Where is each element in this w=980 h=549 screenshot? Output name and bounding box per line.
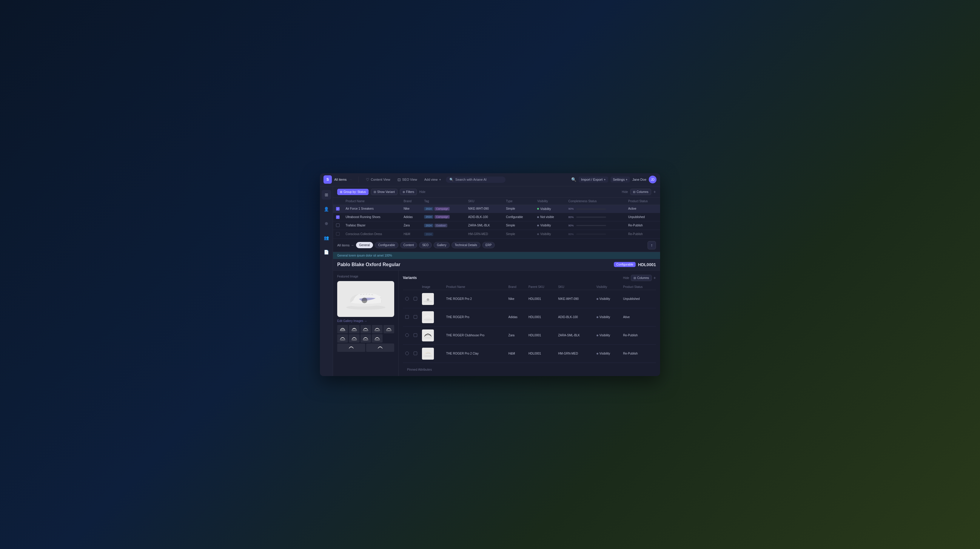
table-row[interactable]: Trafaluc Blazer Zara 2024 Outdoor ZARA-S… xyxy=(333,221,660,230)
variant-row[interactable]: THE ROGER Pro 2 Clay H&M HDL0001 HM-GRN-… xyxy=(403,345,656,362)
grid-icon: ⊞ xyxy=(340,190,342,193)
svg-point-15 xyxy=(423,355,433,357)
gallery-thumb-2[interactable] xyxy=(349,325,360,334)
nav-content-view[interactable]: ♡ Content View xyxy=(363,176,393,183)
settings-plus-icon: + xyxy=(625,178,627,181)
table-row[interactable]: Conscious Collection Dress H&M 2024 HM-G… xyxy=(333,230,660,238)
checkbox-3[interactable] xyxy=(336,223,340,227)
scroll-up-button[interactable]: ↑ xyxy=(648,241,656,249)
import-export-button[interactable]: Import / Export + xyxy=(579,177,608,182)
vrow-radio-2[interactable] xyxy=(403,308,411,326)
variant-row[interactable]: THE ROGER Clubhouse Pro Zara HDL0001 ZAR… xyxy=(403,326,656,345)
gallery-thumb-9[interactable] xyxy=(372,334,383,343)
row-visibility-4: Visibility xyxy=(534,230,565,238)
vcheckbox-3[interactable] xyxy=(414,334,417,337)
nav-add-view[interactable]: Add view + xyxy=(422,177,444,182)
breadcrumb: All items → xyxy=(334,178,354,181)
vrow-img-4 xyxy=(420,345,444,362)
gallery-thumb-6[interactable] xyxy=(337,334,348,343)
radio-1[interactable] xyxy=(405,297,409,300)
sidebar-icon-users[interactable]: 👥 xyxy=(322,233,331,243)
vrow-radio-1[interactable] xyxy=(403,290,411,308)
hide-button-top[interactable]: Hide xyxy=(419,190,426,193)
add-icon: + xyxy=(439,178,441,181)
row-sku-4: HM-GRN-MED xyxy=(465,230,503,238)
nav-seo-view[interactable]: ⊡ SEO View xyxy=(395,176,420,183)
vcheckbox-1[interactable] xyxy=(414,297,417,300)
tab-seo[interactable]: SEO xyxy=(419,242,432,248)
group-by-button[interactable]: ⊞ Group by: Status xyxy=(337,189,369,195)
svg-point-5 xyxy=(374,330,380,331)
row-visibility-3: Visibility xyxy=(534,221,565,230)
edit-gallery-label: Edit Gallery Images → xyxy=(337,319,367,322)
show-variant-button[interactable]: ⊟ Show Variant xyxy=(371,189,398,195)
vis-dot-2 xyxy=(537,216,539,218)
sidebar-icon-user[interactable]: 👤 xyxy=(322,204,331,214)
row-check-3[interactable] xyxy=(333,221,343,230)
row-brand-3: Zara xyxy=(401,221,421,230)
edit-gallery-link[interactable]: Edit Gallery Images → xyxy=(337,319,394,322)
variant-image-4 xyxy=(422,348,434,360)
vrow-check-4[interactable] xyxy=(411,345,420,362)
vrow-radio-4[interactable] xyxy=(403,345,411,362)
row-name-1: Air Force 1 Sneakers xyxy=(343,204,401,213)
vrow-radio-3[interactable] xyxy=(403,326,411,345)
tab-technical-details[interactable]: Technical Details xyxy=(452,242,480,248)
row-check-1[interactable]: ✓ xyxy=(333,204,343,213)
svg-point-4 xyxy=(363,330,369,331)
checkbox-2[interactable]: ✓ xyxy=(336,215,340,219)
tag-campaign-1: Campaign xyxy=(434,207,450,211)
settings-button[interactable]: Settings + xyxy=(611,177,630,182)
add-column-button[interactable]: + xyxy=(654,189,656,194)
columns-label: Columns xyxy=(636,190,648,193)
variants-add-button[interactable]: + xyxy=(654,275,656,280)
variants-columns-label: Columns xyxy=(637,276,649,279)
vrow-check-3[interactable] xyxy=(411,326,420,345)
gallery-thumb-8[interactable] xyxy=(361,334,371,343)
table-row[interactable]: ✓ Air Force 1 Sneakers Nike 2024 Campaig… xyxy=(333,204,660,213)
hide-button-right[interactable]: Hide xyxy=(622,190,628,193)
row-check-4[interactable] xyxy=(333,230,343,238)
gallery-thumb-7[interactable] xyxy=(349,334,360,343)
tab-content[interactable]: Content xyxy=(400,242,417,248)
search-bar[interactable]: 🔍 Search with Ariane AI xyxy=(446,177,506,183)
gallery-thumb-1[interactable] xyxy=(337,325,348,334)
tab-all-items[interactable]: All items → xyxy=(337,243,354,247)
gallery-thumb-10[interactable] xyxy=(337,343,365,352)
row-visibility-1: Visibility xyxy=(534,204,565,213)
tab-general[interactable]: General xyxy=(356,242,373,248)
vrow-check-2[interactable] xyxy=(411,308,420,326)
svg-point-6 xyxy=(386,330,392,331)
variant-row[interactable]: THE ROGER Pro Adidas HDL0001 ADID-BLK-10… xyxy=(403,308,656,326)
filters-button[interactable]: ⊜ Filters xyxy=(400,189,417,195)
search-toggle-icon[interactable]: 🔍 xyxy=(571,177,576,182)
vrow-name-1: THE ROGER Pro 2 xyxy=(444,290,506,308)
row-check-2[interactable]: ✓ xyxy=(333,213,343,221)
table-row[interactable]: ✓ Ultraboost Running Shoes Adidas 2024 C… xyxy=(333,213,660,221)
gallery-thumb-4[interactable] xyxy=(372,325,383,334)
gallery-thumb-3[interactable] xyxy=(361,325,371,334)
radio-3[interactable] xyxy=(405,334,409,337)
variant-row[interactable]: THE ROGER Pro 2 Nike HDL0001 NIKE-WHT-09… xyxy=(403,290,656,308)
vrow-check-1[interactable] xyxy=(411,290,420,308)
seo-view-label: SEO View xyxy=(402,178,417,181)
vcheckbox-4[interactable] xyxy=(414,351,417,355)
variants-columns-button[interactable]: ⊟ Columns xyxy=(631,275,651,281)
gallery-thumb-5[interactable] xyxy=(383,325,394,334)
variants-hide-button[interactable]: Hide xyxy=(623,276,629,279)
checkbox-4[interactable] xyxy=(336,232,340,236)
sidebar-icon-grid[interactable]: ⊞ xyxy=(322,190,331,199)
tag-campaign-2: Campaign xyxy=(434,215,450,219)
filter-icon: ⊜ xyxy=(402,190,405,193)
checkbox-1[interactable]: ✓ xyxy=(336,207,340,211)
vcheckbox-2[interactable] xyxy=(414,315,417,319)
tab-configurable[interactable]: Configurable xyxy=(375,242,398,248)
radio-4[interactable] xyxy=(405,351,409,355)
tab-gallery[interactable]: Gallery xyxy=(434,242,450,248)
tab-erp[interactable]: ERP xyxy=(482,242,495,248)
sidebar-icon-doc[interactable]: 📄 xyxy=(322,247,331,257)
columns-button[interactable]: ⊟ Columns xyxy=(630,189,651,195)
vcheckbox-a-2[interactable] xyxy=(405,315,409,319)
gallery-thumb-11[interactable] xyxy=(366,343,394,352)
sidebar-icon-plus[interactable]: ⊕ xyxy=(322,219,331,228)
